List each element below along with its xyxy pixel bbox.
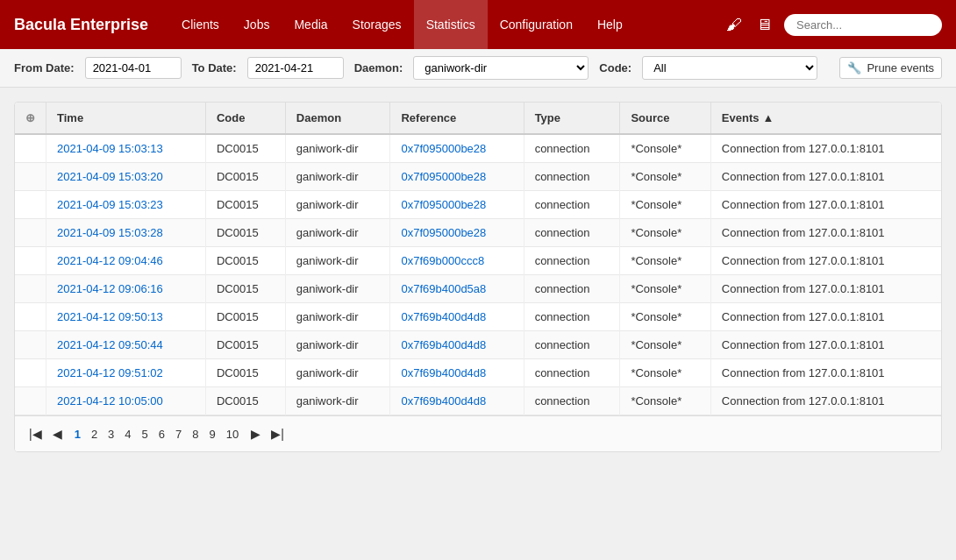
page-button-8[interactable]: 8 xyxy=(187,426,203,443)
col-daemon[interactable]: Daemon xyxy=(285,103,390,134)
row-daemon: ganiwork-dir xyxy=(285,331,390,359)
from-date-input[interactable] xyxy=(85,57,182,79)
row-time[interactable]: 2021-04-09 15:03:28 xyxy=(46,219,206,247)
page-button-6[interactable]: 6 xyxy=(153,426,170,443)
row-reference[interactable]: 0x7f69b000ccc8 xyxy=(390,247,524,275)
row-daemon: ganiwork-dir xyxy=(285,387,390,415)
row-time[interactable]: 2021-04-09 15:03:20 xyxy=(46,163,206,191)
row-type: connection xyxy=(524,359,620,387)
table-row: 2021-04-12 09:04:46 DC0015 ganiwork-dir … xyxy=(15,247,941,275)
row-reference[interactable]: 0x7f69b400d4d8 xyxy=(390,387,524,415)
row-code: DC0015 xyxy=(205,303,285,331)
row-time[interactable]: 2021-04-12 09:50:13 xyxy=(46,303,206,331)
row-reference[interactable]: 0x7f69b400d4d8 xyxy=(390,303,524,331)
daemon-select[interactable]: ganiwork-dir xyxy=(413,56,589,80)
monitor-icon[interactable]: 🖥 xyxy=(753,12,775,38)
nav-item-help[interactable]: Help xyxy=(585,0,635,49)
row-code: DC0015 xyxy=(205,387,285,415)
prune-events-button[interactable]: 🔧 Prune events xyxy=(839,57,942,79)
row-time[interactable]: 2021-04-09 15:03:23 xyxy=(46,191,206,219)
col-events[interactable]: Events▲ xyxy=(710,103,941,134)
col-reference[interactable]: Reference xyxy=(390,103,524,134)
first-page-button[interactable]: |◀ xyxy=(25,425,46,443)
events-sort-icon: ▲ xyxy=(762,111,774,124)
table-row: 2021-04-09 15:03:20 DC0015 ganiwork-dir … xyxy=(15,163,941,191)
row-reference[interactable]: 0x7f69b400d5a8 xyxy=(390,275,524,303)
row-source: *Console* xyxy=(620,134,710,163)
row-daemon: ganiwork-dir xyxy=(285,275,390,303)
row-time[interactable]: 2021-04-12 09:06:16 xyxy=(46,275,206,303)
row-code: DC0015 xyxy=(205,275,285,303)
row-time[interactable]: 2021-04-12 09:50:44 xyxy=(46,331,206,359)
nav-item-jobs[interactable]: Jobs xyxy=(232,0,282,49)
col-time[interactable]: Time xyxy=(46,103,206,134)
to-date-input[interactable] xyxy=(247,57,344,79)
row-time[interactable]: 2021-04-12 10:05:00 xyxy=(46,387,206,415)
row-source: *Console* xyxy=(620,247,710,275)
search-input[interactable] xyxy=(784,14,942,36)
row-reference[interactable]: 0x7f69b400d4d8 xyxy=(390,359,524,387)
row-time[interactable]: 2021-04-12 09:04:46 xyxy=(46,247,206,275)
row-time[interactable]: 2021-04-12 09:51:02 xyxy=(46,359,206,387)
row-type: connection xyxy=(524,134,620,163)
row-events: Connection from 127.0.0.1:8101 xyxy=(710,191,941,219)
code-select[interactable]: All xyxy=(642,56,817,80)
page-button-9[interactable]: 9 xyxy=(204,426,221,443)
next-page-button[interactable]: ▶ xyxy=(247,425,264,443)
page-button-10[interactable]: 10 xyxy=(221,426,244,443)
page-button-4[interactable]: 4 xyxy=(119,426,136,443)
row-type: connection xyxy=(524,163,620,191)
nav-item-statistics[interactable]: Statistics xyxy=(414,0,488,49)
row-events: Connection from 127.0.0.1:8101 xyxy=(710,275,941,303)
table-row: 2021-04-09 15:03:13 DC0015 ganiwork-dir … xyxy=(15,134,941,163)
page-button-2[interactable]: 2 xyxy=(86,426,103,443)
header: Bacula Enterprise Clients Jobs Media Sto… xyxy=(0,0,956,49)
row-events: Connection from 127.0.0.1:8101 xyxy=(710,359,941,387)
nav-item-configuration[interactable]: Configuration xyxy=(488,0,585,49)
daemon-label: Daemon: xyxy=(354,61,403,74)
nav-item-media[interactable]: Media xyxy=(282,0,339,49)
row-daemon: ganiwork-dir xyxy=(285,247,390,275)
row-type: connection xyxy=(524,331,620,359)
row-reference[interactable]: 0x7f69b400d4d8 xyxy=(390,331,524,359)
last-page-button[interactable]: ▶| xyxy=(268,425,288,443)
row-reference[interactable]: 0x7f095000be28 xyxy=(390,163,524,191)
expand-icon: ⊕ xyxy=(25,111,35,124)
page-button-7[interactable]: 7 xyxy=(170,426,187,443)
table-row: 2021-04-09 15:03:28 DC0015 ganiwork-dir … xyxy=(15,219,941,247)
table-row: 2021-04-12 09:51:02 DC0015 ganiwork-dir … xyxy=(15,359,941,387)
prune-icon: 🔧 xyxy=(847,61,861,74)
table-row: 2021-04-12 09:50:13 DC0015 ganiwork-dir … xyxy=(15,303,941,331)
brush-icon[interactable]: 🖌 xyxy=(723,12,746,38)
col-source[interactable]: Source xyxy=(620,103,710,134)
nav-item-clients[interactable]: Clients xyxy=(169,0,232,49)
col-type[interactable]: Type xyxy=(524,103,620,134)
page-button-5[interactable]: 5 xyxy=(137,426,153,443)
main-content: ⊕ Time Code Daemon Reference Type Source… xyxy=(0,88,956,466)
toolbar: From Date: To Date: Daemon: ganiwork-dir… xyxy=(0,49,956,88)
row-time[interactable]: 2021-04-09 15:03:13 xyxy=(46,134,206,163)
row-daemon: ganiwork-dir xyxy=(285,134,390,163)
row-expand xyxy=(15,303,46,331)
col-code[interactable]: Code xyxy=(205,103,285,134)
prev-page-button[interactable]: ◀ xyxy=(49,425,66,443)
row-expand xyxy=(15,191,46,219)
page-button-3[interactable]: 3 xyxy=(103,426,119,443)
row-expand xyxy=(15,247,46,275)
code-label: Code: xyxy=(599,61,631,74)
table-row: 2021-04-12 09:50:44 DC0015 ganiwork-dir … xyxy=(15,331,941,359)
row-type: connection xyxy=(524,247,620,275)
row-source: *Console* xyxy=(620,387,710,415)
row-code: DC0015 xyxy=(205,331,285,359)
row-events: Connection from 127.0.0.1:8101 xyxy=(710,163,941,191)
row-expand xyxy=(15,219,46,247)
page-button-1[interactable]: 1 xyxy=(69,426,86,443)
nav-item-storages[interactable]: Storages xyxy=(340,0,414,49)
row-reference[interactable]: 0x7f095000be28 xyxy=(390,191,524,219)
row-reference[interactable]: 0x7f095000be28 xyxy=(390,134,524,163)
from-date-label: From Date: xyxy=(14,61,75,74)
prune-label: Prune events xyxy=(867,61,934,74)
row-reference[interactable]: 0x7f095000be28 xyxy=(390,219,524,247)
page-links: 12345678910 xyxy=(69,428,245,441)
events-table-container: ⊕ Time Code Daemon Reference Type Source… xyxy=(14,102,942,452)
